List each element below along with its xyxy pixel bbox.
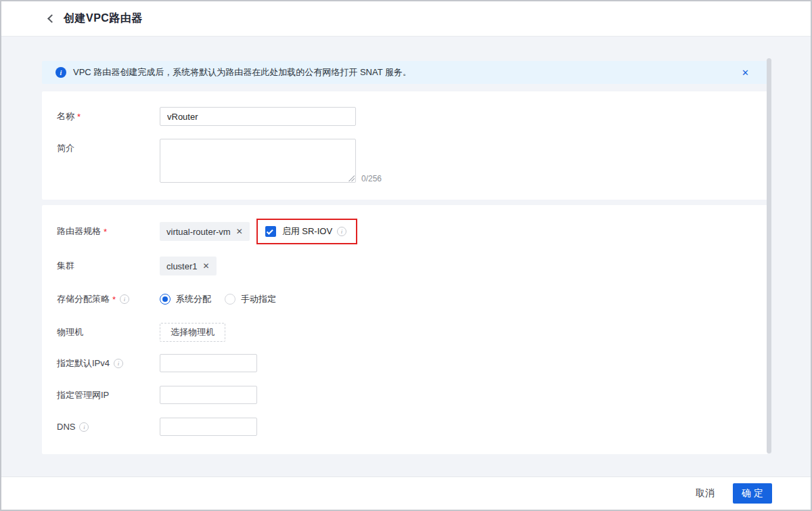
radio-system-allocate[interactable]: 系统分配 — [160, 293, 211, 305]
mgmt-ip-label: 指定管理网IP — [57, 389, 160, 401]
storage-policy-radio-group: 系统分配 手动指定 — [160, 293, 276, 305]
info-icon[interactable]: i — [120, 294, 129, 304]
required-mark: * — [104, 227, 107, 237]
back-button[interactable] — [45, 12, 58, 26]
required-mark: * — [77, 112, 81, 122]
name-label: 名称* — [57, 110, 160, 123]
sriov-highlight-box: 启用 SR-IOV i — [256, 219, 357, 244]
banner-close-icon[interactable]: ✕ — [742, 68, 749, 77]
mgmt-ip-row: 指定管理网IP — [42, 386, 768, 404]
radio-manual-specify[interactable]: 手动指定 — [225, 293, 276, 305]
radio-unselected-icon — [225, 294, 235, 305]
description-row: 简介 0/256 — [42, 139, 768, 185]
radio-selected-icon — [160, 294, 171, 305]
description-textarea-wrap — [160, 139, 356, 183]
page-title: 创建VPC路由器 — [64, 12, 143, 26]
default-ipv4-row: 指定默认IPv4i — [42, 354, 768, 372]
info-icon: i — [55, 67, 66, 78]
cancel-button[interactable]: 取消 — [696, 487, 715, 499]
sriov-checkbox[interactable] — [265, 226, 276, 237]
description-textarea[interactable] — [160, 139, 356, 183]
banner-text: VPC 路由器创建完成后，系统将默认为路由器在此处加载的公有网络打开 SNAT … — [73, 66, 411, 79]
info-icon[interactable]: i — [337, 227, 346, 236]
resize-handle-icon[interactable] — [348, 175, 355, 181]
dns-label: DNSi — [57, 422, 160, 432]
storage-policy-row: 存储分配策略*i 系统分配 手动指定 — [42, 292, 768, 307]
required-mark: * — [112, 294, 116, 305]
info-icon[interactable]: i — [79, 422, 89, 432]
cluster-tag: cluster1 ✕ — [160, 257, 217, 275]
char-counter: 0/256 — [361, 174, 382, 185]
storage-policy-label: 存储分配策略*i — [57, 293, 160, 305]
description-label: 简介 — [57, 142, 160, 154]
mgmt-ip-input[interactable] — [160, 386, 257, 404]
physical-machine-label: 物理机 — [57, 326, 160, 338]
scrollbar-thumb[interactable] — [767, 58, 771, 453]
name-row: 名称* — [42, 107, 768, 126]
sriov-label: 启用 SR-IOV — [282, 225, 332, 238]
router-spec-row: 路由器规格* virtual-router-vm ✕ 启用 SR-IOV i — [42, 219, 768, 244]
default-ipv4-label: 指定默认IPv4i — [57, 357, 160, 370]
info-banner: i VPC 路由器创建完成后，系统将默认为路由器在此处加载的公有网络打开 SNA… — [42, 61, 768, 84]
physical-machine-row: 物理机 选择物理机 — [42, 323, 768, 342]
footer-bar: 取消 确定 — [1, 476, 811, 510]
router-spec-tag: virtual-router-vm ✕ — [160, 222, 250, 241]
check-icon — [267, 227, 273, 234]
cluster-row: 集群 cluster1 ✕ — [42, 257, 768, 275]
config-card: 路由器规格* virtual-router-vm ✕ 启用 SR-IOV i 集… — [42, 205, 768, 454]
basic-info-card: 名称* 简介 0/256 — [42, 91, 768, 200]
page-header: 创建VPC路由器 — [1, 1, 811, 37]
dns-row: DNSi — [42, 418, 768, 436]
cluster-label: 集群 — [57, 260, 160, 272]
default-ipv4-input[interactable] — [160, 354, 257, 372]
back-chevron-icon — [47, 14, 56, 23]
create-vpc-router-page: 创建VPC路由器 i VPC 路由器创建完成后，系统将默认为路由器在此处加载的公… — [0, 0, 812, 511]
tag-remove-icon[interactable]: ✕ — [203, 262, 210, 270]
select-physical-machine-button[interactable]: 选择物理机 — [160, 323, 225, 342]
router-spec-label: 路由器规格* — [57, 225, 160, 238]
dns-input[interactable] — [160, 418, 257, 436]
tag-remove-icon[interactable]: ✕ — [236, 227, 243, 236]
confirm-button[interactable]: 确定 — [733, 483, 772, 504]
name-input[interactable] — [160, 107, 356, 126]
info-icon[interactable]: i — [114, 359, 123, 368]
